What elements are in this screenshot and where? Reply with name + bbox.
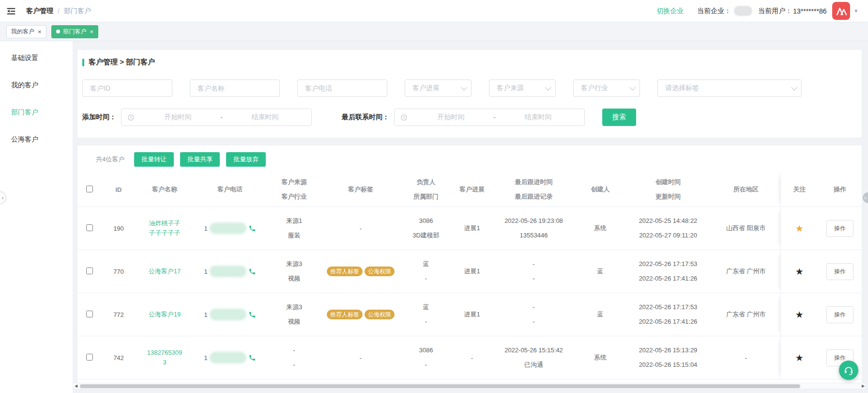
cell-owner: 3086	[401, 216, 451, 226]
sidebar-item-basic-settings[interactable]: 基础设置	[0, 44, 73, 71]
sidebar-item-my-customers[interactable]: 我的客户	[0, 71, 73, 98]
row-checkbox[interactable]	[86, 311, 93, 317]
user-menu-caret-icon[interactable]: ▾	[854, 8, 857, 14]
cell-owner: 蓝	[401, 302, 451, 312]
sidebar-item-public-customers[interactable]: 公海客户	[0, 126, 73, 153]
star-icon[interactable]: ★	[795, 310, 804, 320]
filter-row-dates: 添加时间： 开始时间 - 结束时间 最后联系时间：	[82, 109, 857, 126]
customer-name-link[interactable]: 公海客户19	[149, 310, 181, 319]
add-time-start-placeholder[interactable]: 开始时间	[137, 113, 218, 122]
topbar: 客户管理 / 部门客户 切换企业 当前企业： 当前用户： 13*******86…	[0, 0, 868, 22]
phone-call-icon[interactable]	[248, 311, 256, 318]
phone-call-icon[interactable]	[248, 224, 256, 232]
cell-progress: 进展1	[453, 293, 491, 336]
star-icon[interactable]: ★	[795, 223, 804, 234]
header-follow: 最后跟进时间 最后跟进记录	[491, 173, 576, 207]
headset-icon	[843, 365, 854, 376]
header-updated: 更新时间	[626, 192, 710, 202]
last-contact-start-placeholder[interactable]: 开始时间	[411, 113, 491, 122]
customer-phone-input[interactable]	[297, 79, 387, 97]
customer-tag: 公海权限	[365, 310, 395, 319]
row-action-button[interactable]: 操作	[826, 220, 853, 237]
last-contact-time-label: 最后联系时间：	[342, 113, 389, 122]
header-region: 所在地区	[712, 173, 780, 207]
current-company-blurred-badge	[734, 6, 752, 16]
batch-transfer-button[interactable]: 批量转让	[134, 152, 174, 167]
header-owner: 负责人	[401, 177, 451, 187]
last-contact-range-picker[interactable]: 开始时间 - 结束时间	[394, 109, 585, 126]
cell-owner: 蓝	[401, 259, 451, 269]
phone-call-icon[interactable]	[248, 354, 256, 362]
cell-follow-time: -	[493, 259, 574, 269]
sidebar: 基础设置 我的客户 部门客户 公海客户	[0, 41, 73, 393]
add-time-label: 添加时间：	[82, 113, 116, 122]
customer-name-link[interactable]: 油炸桃子子子子子子子	[147, 219, 183, 238]
cell-name: 公海客户19	[136, 293, 194, 336]
cell-industry: 视频	[268, 274, 320, 283]
cell-source: 来源1	[268, 216, 320, 226]
star-icon[interactable]: ★	[795, 267, 804, 277]
tab-department-customers[interactable]: 部门客户 ×	[51, 25, 99, 38]
scroll-right-arrow-icon[interactable]: ▶	[860, 383, 866, 389]
close-icon[interactable]: ×	[38, 29, 42, 35]
customer-name-link[interactable]: 公海客户17	[149, 267, 181, 276]
tab-my-customers[interactable]: 我的客户 ×	[6, 25, 46, 38]
customer-tag: 推荐人标签	[327, 310, 363, 319]
range-separator: -	[491, 113, 498, 121]
cell-follow-time: 2022-05-26 15:15:42	[493, 346, 574, 355]
cell-follow: - -	[491, 250, 576, 293]
batch-discard-button[interactable]: 批量放弃	[226, 152, 266, 167]
add-time-end-placeholder[interactable]: 结束时间	[225, 113, 305, 122]
app-logo[interactable]	[832, 2, 850, 20]
sidebar-item-department-customers[interactable]: 部门客户	[0, 98, 73, 126]
phone-prefix: 1	[204, 225, 207, 232]
row-checkbox[interactable]	[86, 224, 93, 231]
clock-icon	[127, 114, 135, 121]
customer-name-input[interactable]	[190, 79, 280, 97]
last-contact-end-placeholder[interactable]: 结束时间	[498, 113, 579, 122]
cell-dept: -	[401, 360, 451, 370]
scrollbar-track[interactable]	[79, 383, 860, 389]
table-row: 770 公海客户17 1 来源3	[77, 250, 862, 293]
breadcrumb-level1[interactable]: 客户管理	[26, 7, 53, 16]
close-icon[interactable]: ×	[90, 29, 94, 35]
header-follow-time: 最后跟进时间	[493, 177, 574, 187]
add-time-range-picker[interactable]: 开始时间 - 结束时间	[121, 109, 312, 126]
customer-industry-select[interactable]: 客户行业	[573, 79, 640, 97]
cell-creator: 蓝	[576, 293, 624, 336]
customer-name-link[interactable]: 13827653093	[147, 348, 183, 367]
cell-created: 2022-05-26 17:17:53	[626, 259, 710, 269]
search-button[interactable]: 搜索	[602, 109, 636, 126]
cell-id: 772	[102, 293, 136, 336]
customer-tag: 推荐人标签	[327, 267, 363, 276]
support-chat-button[interactable]	[839, 361, 858, 380]
scrollbar-thumb[interactable]	[80, 384, 800, 388]
star-icon[interactable]: ★	[795, 353, 804, 363]
horizontal-scrollbar[interactable]: ◀ ▶	[73, 383, 867, 389]
customer-source-select[interactable]: 客户来源	[489, 79, 556, 97]
app-window: 客户管理 / 部门客户 切换企业 当前企业： 当前用户： 13*******86…	[0, 0, 868, 393]
row-checkbox[interactable]	[86, 354, 93, 361]
phone-call-icon[interactable]	[248, 267, 256, 275]
table-header-row: ID 客户名称 客户电话 客户来源 客户行业 客户标签 负责人 所属部门 客户进…	[77, 173, 862, 207]
row-action-button[interactable]: 操作	[826, 263, 853, 280]
customer-id-input[interactable]	[82, 79, 172, 97]
batch-share-button[interactable]: 批量共享	[180, 152, 220, 167]
customer-source-select-placeholder: 客户来源	[497, 84, 524, 93]
header-name: 客户名称	[136, 173, 194, 207]
scroll-left-arrow-icon[interactable]: ◀	[73, 383, 79, 389]
customer-progress-select[interactable]: 客户进展	[405, 79, 472, 97]
row-checkbox[interactable]	[86, 267, 93, 274]
switch-company-link[interactable]: 切换企业	[656, 7, 684, 16]
current-user-label: 当前用户：	[758, 7, 792, 16]
sidebar-collapse-icon[interactable]	[6, 6, 16, 16]
select-all-checkbox[interactable]	[86, 186, 93, 192]
header-industry: 客户行业	[268, 192, 320, 202]
cell-star: ★	[780, 207, 818, 250]
cell-follow-record: -	[493, 317, 574, 327]
cell-region: 山西省 阳泉市	[712, 207, 780, 250]
row-action-button[interactable]: 操作	[826, 306, 853, 323]
tag-select[interactable]: 请选择标签	[657, 79, 802, 97]
header-star: 关注	[780, 173, 818, 207]
range-separator: -	[218, 113, 225, 121]
